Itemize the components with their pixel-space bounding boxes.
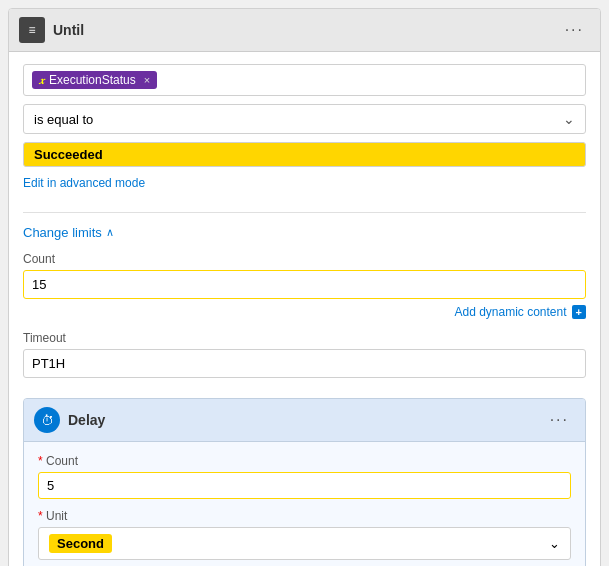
until-title: Until [53, 22, 84, 38]
delay-unit-label: Unit [38, 509, 571, 523]
succeeded-value-row: Succeeded [23, 142, 586, 175]
delay-header-left: ⏱ Delay [34, 407, 105, 433]
chevron-down-icon: ⌄ [563, 111, 575, 127]
separator-1 [23, 212, 586, 213]
dropdown-label: is equal to [34, 112, 93, 127]
add-dynamic-link[interactable]: Add dynamic content [454, 305, 566, 319]
tag-label: ExecutionStatus [49, 73, 136, 87]
delay-card: ⏱ Delay ··· Count Unit Second ⌄ [23, 398, 586, 566]
count-field-group: Count [23, 252, 586, 305]
edit-advanced-link[interactable]: Edit in advanced mode [23, 176, 145, 190]
tag-variable-icon: 𝑥 [39, 74, 44, 87]
until-body: 𝑥 ExecutionStatus × is equal to ⌄ Succee… [9, 52, 600, 566]
condition-dropdown[interactable]: is equal to ⌄ [23, 104, 586, 134]
chevron-up-icon: ∧ [106, 226, 114, 239]
unit-chevron-down-icon: ⌄ [549, 536, 560, 551]
tag-close-button[interactable]: × [144, 74, 150, 86]
timeout-field-group: Timeout [23, 331, 586, 394]
until-header: ≡ Until ··· [9, 9, 600, 52]
delay-header: ⏱ Delay ··· [24, 399, 585, 442]
delay-icon: ⏱ [34, 407, 60, 433]
timeout-label: Timeout [23, 331, 586, 345]
delay-unit-group: Unit Second ⌄ [38, 509, 571, 560]
delay-count-group: Count [38, 454, 571, 509]
unit-badge: Second [49, 534, 112, 553]
until-header-icon: ≡ [19, 17, 45, 43]
until-ellipsis-button[interactable]: ··· [559, 19, 590, 41]
delay-ellipsis-button[interactable]: ··· [544, 409, 575, 431]
count-label: Count [23, 252, 586, 266]
add-dynamic-row: Add dynamic content + [23, 305, 586, 319]
count-input[interactable] [23, 270, 586, 299]
timeout-input[interactable] [23, 349, 586, 378]
succeeded-badge: Succeeded [23, 142, 586, 167]
execution-status-tag: 𝑥 ExecutionStatus × [32, 71, 157, 89]
header-left: ≡ Until [19, 17, 84, 43]
delay-count-input[interactable] [38, 472, 571, 499]
execution-status-row: 𝑥 ExecutionStatus × [23, 64, 586, 96]
change-limits-label: Change limits [23, 225, 102, 240]
add-dynamic-icon[interactable]: + [572, 305, 586, 319]
delay-unit-dropdown[interactable]: Second ⌄ [38, 527, 571, 560]
delay-title: Delay [68, 412, 105, 428]
until-card: ≡ Until ··· 𝑥 ExecutionStatus × is equal… [8, 8, 601, 566]
change-limits-row[interactable]: Change limits ∧ [23, 225, 586, 240]
delay-count-label: Count [38, 454, 571, 468]
delay-body: Count Unit Second ⌄ [24, 442, 585, 566]
